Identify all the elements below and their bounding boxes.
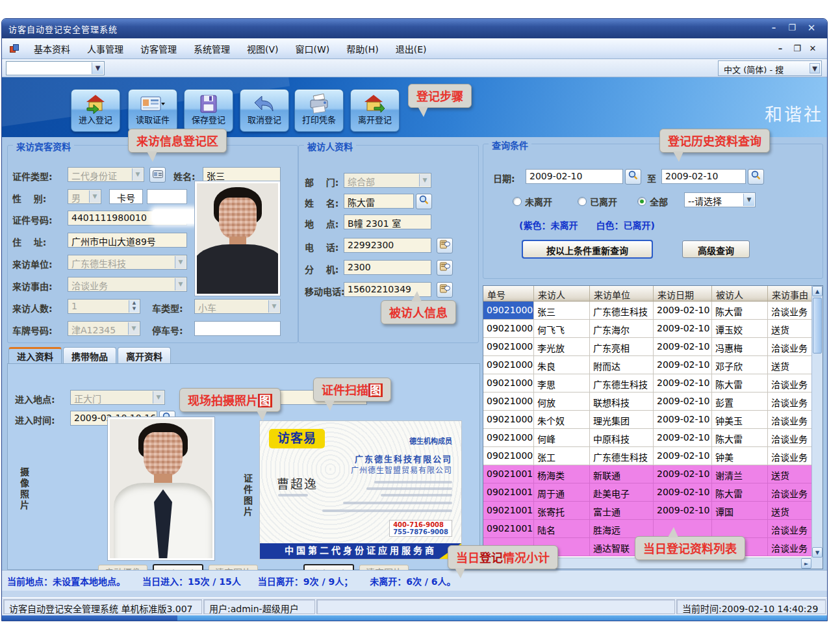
visitor-name-input[interactable]: 张三	[203, 167, 281, 182]
address-input[interactable]: 广州市中山大道89号	[68, 233, 187, 248]
menu-item[interactable]: 系统管理	[185, 40, 238, 58]
table-row[interactable]: 090210012张寄托富士通2009-02-10谭国送货	[483, 502, 823, 520]
table-cell[interactable]: 送货	[768, 465, 813, 483]
table-cell[interactable]: 2009-02-10	[654, 374, 712, 393]
chevron-down-icon[interactable]: ▼	[743, 194, 754, 206]
table-cell[interactable]: 2009-02-10	[654, 302, 712, 320]
cert-type-combobox[interactable]: 二代身份证▼	[68, 167, 144, 182]
table-cell[interactable]: 洽谈业务	[768, 538, 813, 556]
table-cell[interactable]: 090210001	[483, 302, 534, 320]
table-cell[interactable]: 何放	[534, 393, 590, 411]
date-from-input[interactable]: 2009-02-10	[526, 169, 623, 184]
chevron-down-icon[interactable]: ▼	[419, 174, 430, 187]
table-cell[interactable]: 2009-02-10	[654, 320, 712, 338]
table-cell[interactable]: 2009-02-10	[654, 429, 712, 447]
table-cell[interactable]: 090210002	[483, 320, 534, 338]
chevron-down-icon[interactable]: ▼	[128, 322, 139, 335]
table-cell[interactable]: 赴美电子	[590, 483, 654, 502]
table-cell[interactable]: 陈大雷	[712, 429, 768, 447]
table-cell[interactable]	[712, 520, 768, 538]
menu-item[interactable]: 帮助(H)	[338, 40, 387, 58]
column-header[interactable]: 来访单位	[590, 286, 654, 302]
scroll-down-icon[interactable]: ▼	[812, 547, 823, 558]
table-cell[interactable]: 2009-02-10	[654, 393, 712, 411]
table-cell[interactable]: 周于通	[534, 483, 590, 502]
vertical-scrollbar[interactable]: ▲ ▼	[811, 286, 823, 558]
print-slip-button[interactable]: 打印凭条	[294, 89, 344, 132]
table-cell[interactable]: 090210013	[483, 520, 534, 538]
mdi-restore-button[interactable]: ❐	[791, 43, 804, 55]
table-cell[interactable]: 090210003	[483, 338, 534, 356]
radio-all[interactable]: 全部	[637, 195, 668, 208]
table-row[interactable]: 090210002何飞飞广东海尔2009-02-10谭玉姣送货	[483, 320, 823, 338]
table-row[interactable]: 090210013陆名胜海远洽谈业务	[483, 520, 823, 538]
column-header[interactable]: 来访人	[534, 286, 590, 302]
vehicle-type-combobox[interactable]: 小车▼	[194, 299, 281, 314]
table-cell[interactable]: 2009-02-10	[654, 338, 712, 356]
date-to-input[interactable]: 2009-02-10	[661, 169, 746, 184]
menu-item[interactable]: 访客管理	[132, 40, 185, 58]
table-cell[interactable]: 张三	[534, 302, 590, 320]
advanced-query-button[interactable]: 高级查询	[682, 240, 750, 258]
table-cell[interactable]: 附而达	[590, 356, 654, 374]
table-cell[interactable]: 广东德生科技	[590, 302, 654, 320]
sms-ext-button[interactable]	[437, 260, 453, 276]
table-cell[interactable]: 联想科技	[590, 393, 654, 411]
table-cell[interactable]: 富士通	[590, 502, 654, 520]
phone-input[interactable]: 22992300	[344, 238, 431, 253]
filter-combobox[interactable]: --请选择▼	[684, 192, 756, 207]
tab-carried-items[interactable]: 携带物品	[63, 347, 116, 363]
spinner-arrows-icon[interactable]: ▲▼	[129, 300, 139, 313]
table-cell[interactable]: 陈大雷	[712, 483, 768, 502]
table-cell[interactable]: 张工	[534, 447, 590, 465]
close-button[interactable]: ✕	[805, 22, 818, 34]
table-cell[interactable]: 2009-02-10	[654, 465, 712, 483]
table-cell[interactable]: 洽谈业务	[768, 338, 813, 356]
date-to-picker-button[interactable]	[748, 169, 764, 185]
ext-input[interactable]: 2300	[344, 260, 431, 275]
table-cell[interactable]: 广东海尔	[590, 320, 654, 338]
table-cell[interactable]: 090210004	[483, 356, 534, 374]
table-cell[interactable]: 何峰	[534, 429, 590, 447]
chevron-down-icon[interactable]: ▼	[175, 256, 186, 268]
mdi-close-button[interactable]: ✕	[806, 43, 819, 55]
table-cell[interactable]: 邓子欣	[712, 356, 768, 374]
card-no-input[interactable]	[147, 189, 187, 204]
table-cell[interactable]: 送货	[768, 356, 813, 374]
table-cell[interactable]: 洽谈业务	[768, 429, 813, 447]
table-cell[interactable]: 冯惠梅	[712, 338, 768, 356]
table-cell[interactable]: 洽谈业务	[768, 447, 813, 465]
table-cell[interactable]: 张寄托	[534, 502, 590, 520]
table-cell[interactable]: 胜海远	[590, 520, 654, 538]
menu-item[interactable]: 人事管理	[79, 40, 132, 58]
table-row[interactable]: 090210008何峰中原科技2009-02-10陈大雷洽谈业务	[483, 429, 823, 447]
table-cell[interactable]: 钟美	[712, 447, 768, 465]
menu-item[interactable]: 退出(E)	[387, 40, 435, 58]
table-row[interactable]: 090210001张三广东德生科技2009-02-10陈大雷洽谈业务	[483, 302, 823, 320]
chevron-down-icon[interactable]: ▼	[810, 63, 820, 73]
chevron-down-icon[interactable]: ▼	[153, 391, 164, 404]
table-cell[interactable]: 朱个奴	[534, 411, 590, 429]
table-cell[interactable]: 中原科技	[590, 429, 654, 447]
table-cell[interactable]: 2009-02-10	[654, 356, 712, 374]
scroll-right-icon[interactable]: ►	[801, 558, 811, 569]
table-row[interactable]: 090210011周于通赴美电子2009-02-10陈大雷洽谈业务	[483, 483, 823, 502]
mdi-minimize-button[interactable]: –	[774, 43, 787, 55]
table-cell[interactable]: 090210006	[483, 393, 534, 411]
sms-phone-button[interactable]	[437, 238, 453, 253]
table-cell[interactable]: 090210009	[483, 447, 534, 465]
table-cell[interactable]: 李思	[534, 374, 590, 393]
table-cell[interactable]: 杨海类	[534, 465, 590, 483]
table-cell[interactable]: 090210011	[483, 483, 534, 502]
table-cell[interactable]: 陆名	[534, 520, 590, 538]
table-cell[interactable]: 朱良	[534, 356, 590, 374]
sms-mobile-button[interactable]	[437, 282, 453, 298]
table-cell[interactable]: 洽谈业务	[768, 483, 813, 502]
visitor-count-spinner[interactable]: 1▲▼	[68, 299, 140, 314]
date-from-picker-button[interactable]	[625, 169, 641, 185]
minimize-button[interactable]: –	[767, 22, 780, 34]
column-header[interactable]: 来访日期	[654, 286, 712, 302]
plate-combobox[interactable]: 津A12345▼	[68, 321, 140, 336]
table-cell[interactable]: 090210007	[483, 411, 534, 429]
table-cell[interactable]: 彭置	[712, 393, 768, 411]
